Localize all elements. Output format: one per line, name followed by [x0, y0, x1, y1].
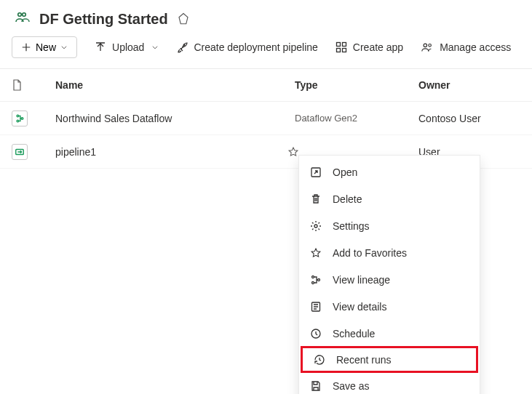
- manage-access-button[interactable]: Manage access: [421, 41, 511, 53]
- menu-open-label: Open: [333, 166, 357, 169]
- toolbar: New Upload Create deployment pipeline Cr…: [0, 36, 532, 69]
- rocket-icon: [176, 41, 188, 53]
- svg-point-0: [18, 13, 22, 17]
- upload-button[interactable]: Upload: [95, 41, 159, 53]
- favorite-toggle[interactable]: [287, 146, 299, 158]
- column-owner-header[interactable]: Owner: [418, 79, 520, 91]
- item-table: Name Type Owner Northwind Sales Dataflow…: [0, 69, 532, 169]
- workspace-icon: [12, 9, 32, 29]
- item-name[interactable]: pipeline1: [55, 146, 295, 158]
- table-row[interactable]: Northwind Sales Dataflow Dataflow Gen2 C…: [0, 102, 532, 135]
- plus-icon: [21, 42, 31, 52]
- svg-rect-3: [336, 43, 340, 47]
- svg-point-8: [429, 44, 432, 47]
- svg-point-7: [424, 44, 427, 47]
- create-app-button[interactable]: Create app: [336, 41, 403, 53]
- svg-rect-6: [342, 49, 346, 52]
- new-button[interactable]: New: [12, 36, 77, 58]
- new-button-label: New: [36, 41, 56, 53]
- upload-label: Upload: [112, 41, 144, 53]
- create-deployment-pipeline-label: Create deployment pipeline: [194, 41, 317, 53]
- chevron-down-icon: [60, 44, 68, 51]
- create-app-label: Create app: [353, 41, 403, 53]
- column-type-header[interactable]: Type: [295, 79, 418, 91]
- column-icon-header: [12, 79, 55, 91]
- item-owner: Contoso User: [418, 113, 520, 124]
- pipeline-icon: [12, 144, 28, 160]
- item-name[interactable]: Northwind Sales Dataflow: [55, 113, 295, 124]
- svg-rect-13: [311, 168, 320, 169]
- chevron-down-icon: [151, 44, 159, 51]
- context-menu: Open Delete Settings Add to Favorites Vi…: [298, 155, 480, 169]
- header: DF Getting Started: [0, 0, 532, 36]
- svg-rect-4: [342, 43, 346, 47]
- dataflow-icon: [12, 110, 28, 126]
- people-icon: [421, 41, 434, 53]
- open-icon: [309, 166, 322, 169]
- item-icon-cell: [12, 144, 55, 160]
- upload-icon: [95, 41, 106, 53]
- item-type: Dataflow Gen2: [295, 113, 418, 124]
- manage-access-label: Manage access: [440, 41, 511, 53]
- table-header: Name Type Owner: [0, 69, 532, 102]
- premium-icon: [177, 12, 190, 25]
- svg-point-1: [23, 13, 26, 17]
- svg-rect-5: [336, 49, 340, 52]
- create-deployment-pipeline-button[interactable]: Create deployment pipeline: [176, 41, 317, 53]
- item-icon-cell: [12, 110, 55, 126]
- menu-open[interactable]: Open: [299, 158, 480, 169]
- app-icon: [336, 41, 347, 53]
- column-name-header[interactable]: Name: [55, 79, 295, 91]
- page-title: DF Getting Started: [39, 11, 168, 28]
